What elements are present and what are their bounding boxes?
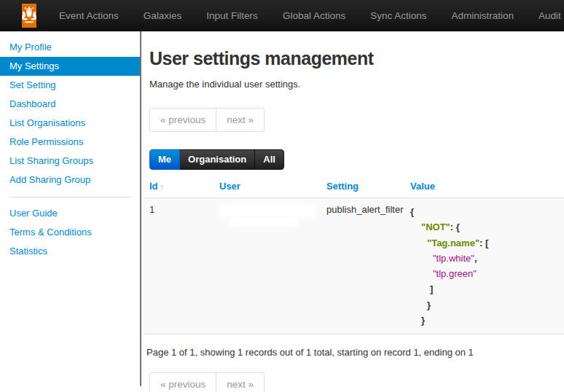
json-line: } <box>410 297 564 313</box>
setting-value-json: { "NOT": { "Tag.name": [ "tlp.white", "t… <box>410 204 564 328</box>
nav-item-input-filters[interactable]: Input Filters <box>194 0 270 31</box>
json-line: "NOT": { <box>410 219 564 235</box>
nav-item-sync-actions[interactable]: Sync Actions <box>358 0 439 31</box>
cell-id: 1 <box>144 198 214 334</box>
scope-tab-group: Me Organisation All <box>149 149 284 170</box>
table-header-row: Id↑ User Setting Value <box>144 175 564 198</box>
left-sidebar: My Profile My Settings Set Setting Dashb… <box>0 31 141 386</box>
navbar-menu: Event Actions Galaxies Input Filters Glo… <box>47 0 564 31</box>
next-page-button[interactable]: next » <box>216 108 265 132</box>
cell-user <box>214 198 321 334</box>
json-line: } <box>410 313 564 328</box>
tab-organisation[interactable]: Organisation <box>179 149 255 170</box>
sidebar-divider <box>9 197 130 197</box>
sidebar-item-list-sharing-groups[interactable]: List Sharing Groups <box>0 152 140 170</box>
cell-setting: publish_alert_filter <box>321 198 404 334</box>
pagination-top: « previous next » <box>149 108 265 132</box>
page-subtitle: Manage the individual user settings. <box>149 79 564 90</box>
sort-ascending-icon: ↑ <box>160 183 164 191</box>
sidebar-item-dashboard[interactable]: Dashboard <box>0 95 140 114</box>
table-row: 1 publish_alert_filter { "NOT": { "Tag.n… <box>144 198 564 334</box>
cell-value: { "NOT": { "Tag.name": [ "tlp.white", "t… <box>404 198 564 334</box>
column-header-id[interactable]: Id↑ <box>144 175 214 198</box>
json-line: "tlp.green" <box>410 266 564 281</box>
coat-of-arms-icon <box>22 7 36 24</box>
pagination-summary: Page 1 of 1, showing 1 records out of 1 … <box>146 347 564 358</box>
nav-item-global-actions[interactable]: Global Actions <box>270 0 358 31</box>
sidebar-item-my-settings[interactable]: My Settings <box>0 57 140 76</box>
sidebar-item-role-permissions[interactable]: Role Permissions <box>0 133 140 152</box>
nav-item-galaxies[interactable]: Galaxies <box>131 0 195 31</box>
previous-page-button[interactable]: « previous <box>149 108 216 132</box>
column-header-user[interactable]: User <box>214 175 321 198</box>
sidebar-item-set-setting[interactable]: Set Setting <box>0 76 140 95</box>
sidebar-item-add-sharing-group[interactable]: Add Sharing Group <box>0 170 140 189</box>
top-navbar: Event Actions Galaxies Input Filters Glo… <box>0 0 564 31</box>
nav-item-administration[interactable]: Administration <box>439 0 526 31</box>
column-header-value[interactable]: Value <box>404 175 564 198</box>
json-line: "tlp.white", <box>410 251 564 266</box>
main-content: User settings management Manage the indi… <box>143 31 564 392</box>
tab-me[interactable]: Me <box>149 149 180 170</box>
tab-all[interactable]: All <box>254 149 284 170</box>
sidebar-item-my-profile[interactable]: My Profile <box>0 38 140 57</box>
next-page-button[interactable]: next » <box>216 372 265 392</box>
page-title: User settings management <box>149 48 564 69</box>
sidebar-item-list-organisations[interactable]: List Organisations <box>0 114 140 133</box>
user-settings-table: Id↑ User Setting Value 1 publish_alert_f… <box>144 175 564 334</box>
json-line: ] <box>410 281 564 297</box>
redacted-user-email <box>219 205 316 216</box>
sidebar-item-statistics[interactable]: Statistics <box>0 242 140 261</box>
json-line: { <box>410 204 564 219</box>
sidebar-item-user-guide[interactable]: User Guide <box>0 204 140 223</box>
nav-item-event-actions[interactable]: Event Actions <box>47 0 131 31</box>
redacted-user-email <box>230 218 297 226</box>
pagination-bottom: « previous next » <box>149 372 265 392</box>
json-line: "Tag.name": [ <box>410 235 564 251</box>
column-header-setting[interactable]: Setting <box>321 175 404 198</box>
previous-page-button[interactable]: « previous <box>149 372 216 392</box>
sidebar-item-terms-conditions[interactable]: Terms & Conditions <box>0 223 140 242</box>
nav-item-audit[interactable]: Audit <box>526 0 564 31</box>
home-logo[interactable] <box>22 4 36 28</box>
